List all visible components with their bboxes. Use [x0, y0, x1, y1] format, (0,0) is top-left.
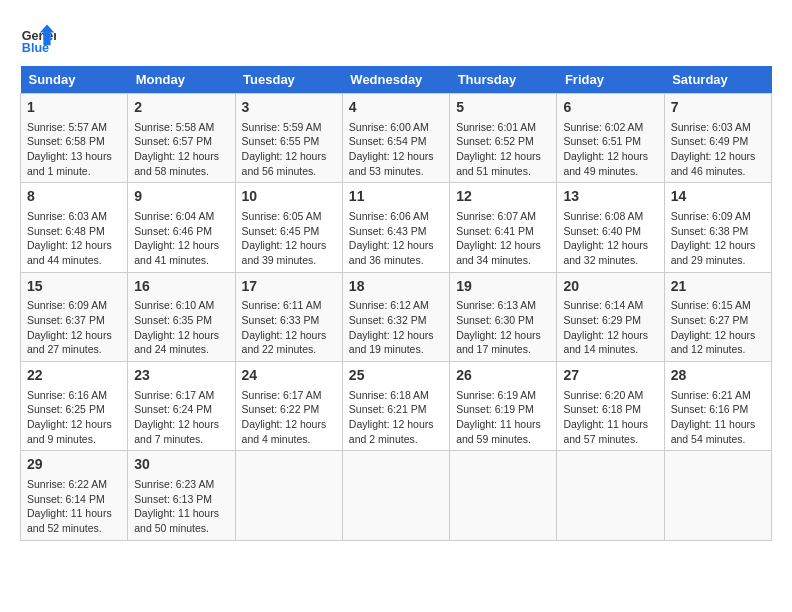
calendar-day-cell: 27Sunrise: 6:20 AM Sunset: 6:18 PM Dayli… [557, 362, 664, 451]
day-info: Sunrise: 6:05 AM Sunset: 6:45 PM Dayligh… [242, 209, 336, 268]
weekday-header: Friday [557, 66, 664, 94]
day-number: 28 [671, 366, 765, 386]
weekday-header: Monday [128, 66, 235, 94]
day-number: 3 [242, 98, 336, 118]
calendar-day-cell: 29Sunrise: 6:22 AM Sunset: 6:14 PM Dayli… [21, 451, 128, 540]
calendar-day-cell: 19Sunrise: 6:13 AM Sunset: 6:30 PM Dayli… [450, 272, 557, 361]
calendar-day-cell: 18Sunrise: 6:12 AM Sunset: 6:32 PM Dayli… [342, 272, 449, 361]
day-info: Sunrise: 5:59 AM Sunset: 6:55 PM Dayligh… [242, 120, 336, 179]
day-number: 30 [134, 455, 228, 475]
day-info: Sunrise: 6:00 AM Sunset: 6:54 PM Dayligh… [349, 120, 443, 179]
calendar-day-cell: 2Sunrise: 5:58 AM Sunset: 6:57 PM Daylig… [128, 94, 235, 183]
day-info: Sunrise: 6:21 AM Sunset: 6:16 PM Dayligh… [671, 388, 765, 447]
calendar-day-cell: 20Sunrise: 6:14 AM Sunset: 6:29 PM Dayli… [557, 272, 664, 361]
weekday-header: Thursday [450, 66, 557, 94]
day-info: Sunrise: 6:04 AM Sunset: 6:46 PM Dayligh… [134, 209, 228, 268]
calendar-day-cell [450, 451, 557, 540]
calendar-day-cell: 9Sunrise: 6:04 AM Sunset: 6:46 PM Daylig… [128, 183, 235, 272]
day-info: Sunrise: 5:57 AM Sunset: 6:58 PM Dayligh… [27, 120, 121, 179]
day-number: 21 [671, 277, 765, 297]
day-number: 5 [456, 98, 550, 118]
day-number: 19 [456, 277, 550, 297]
day-info: Sunrise: 6:09 AM Sunset: 6:38 PM Dayligh… [671, 209, 765, 268]
day-info: Sunrise: 6:20 AM Sunset: 6:18 PM Dayligh… [563, 388, 657, 447]
calendar-day-cell: 22Sunrise: 6:16 AM Sunset: 6:25 PM Dayli… [21, 362, 128, 451]
day-number: 13 [563, 187, 657, 207]
day-number: 20 [563, 277, 657, 297]
calendar-day-cell: 24Sunrise: 6:17 AM Sunset: 6:22 PM Dayli… [235, 362, 342, 451]
day-number: 18 [349, 277, 443, 297]
calendar-day-cell: 14Sunrise: 6:09 AM Sunset: 6:38 PM Dayli… [664, 183, 771, 272]
day-info: Sunrise: 6:18 AM Sunset: 6:21 PM Dayligh… [349, 388, 443, 447]
calendar-table: SundayMondayTuesdayWednesdayThursdayFrid… [20, 66, 772, 541]
day-number: 16 [134, 277, 228, 297]
day-number: 6 [563, 98, 657, 118]
calendar-day-cell [235, 451, 342, 540]
calendar-header: SundayMondayTuesdayWednesdayThursdayFrid… [21, 66, 772, 94]
day-number: 24 [242, 366, 336, 386]
day-info: Sunrise: 5:58 AM Sunset: 6:57 PM Dayligh… [134, 120, 228, 179]
day-number: 25 [349, 366, 443, 386]
day-info: Sunrise: 6:13 AM Sunset: 6:30 PM Dayligh… [456, 298, 550, 357]
day-info: Sunrise: 6:17 AM Sunset: 6:24 PM Dayligh… [134, 388, 228, 447]
day-info: Sunrise: 6:08 AM Sunset: 6:40 PM Dayligh… [563, 209, 657, 268]
day-number: 27 [563, 366, 657, 386]
weekday-header: Wednesday [342, 66, 449, 94]
logo-icon: General Blue [20, 20, 56, 56]
logo: General Blue [20, 20, 56, 56]
calendar-week-row: 1Sunrise: 5:57 AM Sunset: 6:58 PM Daylig… [21, 94, 772, 183]
weekday-header: Sunday [21, 66, 128, 94]
calendar-day-cell: 17Sunrise: 6:11 AM Sunset: 6:33 PM Dayli… [235, 272, 342, 361]
day-number: 10 [242, 187, 336, 207]
calendar-day-cell: 13Sunrise: 6:08 AM Sunset: 6:40 PM Dayli… [557, 183, 664, 272]
day-number: 26 [456, 366, 550, 386]
calendar-day-cell: 4Sunrise: 6:00 AM Sunset: 6:54 PM Daylig… [342, 94, 449, 183]
calendar-day-cell: 3Sunrise: 5:59 AM Sunset: 6:55 PM Daylig… [235, 94, 342, 183]
day-info: Sunrise: 6:19 AM Sunset: 6:19 PM Dayligh… [456, 388, 550, 447]
calendar-day-cell: 11Sunrise: 6:06 AM Sunset: 6:43 PM Dayli… [342, 183, 449, 272]
calendar-day-cell: 10Sunrise: 6:05 AM Sunset: 6:45 PM Dayli… [235, 183, 342, 272]
day-number: 23 [134, 366, 228, 386]
day-info: Sunrise: 6:17 AM Sunset: 6:22 PM Dayligh… [242, 388, 336, 447]
day-info: Sunrise: 6:14 AM Sunset: 6:29 PM Dayligh… [563, 298, 657, 357]
calendar-day-cell: 12Sunrise: 6:07 AM Sunset: 6:41 PM Dayli… [450, 183, 557, 272]
day-number: 2 [134, 98, 228, 118]
page-header: General Blue [20, 20, 772, 56]
day-info: Sunrise: 6:11 AM Sunset: 6:33 PM Dayligh… [242, 298, 336, 357]
day-number: 11 [349, 187, 443, 207]
calendar-week-row: 22Sunrise: 6:16 AM Sunset: 6:25 PM Dayli… [21, 362, 772, 451]
calendar-day-cell: 16Sunrise: 6:10 AM Sunset: 6:35 PM Dayli… [128, 272, 235, 361]
calendar-day-cell: 26Sunrise: 6:19 AM Sunset: 6:19 PM Dayli… [450, 362, 557, 451]
day-number: 15 [27, 277, 121, 297]
weekday-header: Tuesday [235, 66, 342, 94]
day-number: 14 [671, 187, 765, 207]
calendar-day-cell: 30Sunrise: 6:23 AM Sunset: 6:13 PM Dayli… [128, 451, 235, 540]
day-info: Sunrise: 6:12 AM Sunset: 6:32 PM Dayligh… [349, 298, 443, 357]
calendar-week-row: 29Sunrise: 6:22 AM Sunset: 6:14 PM Dayli… [21, 451, 772, 540]
calendar-day-cell: 21Sunrise: 6:15 AM Sunset: 6:27 PM Dayli… [664, 272, 771, 361]
calendar-day-cell: 6Sunrise: 6:02 AM Sunset: 6:51 PM Daylig… [557, 94, 664, 183]
day-info: Sunrise: 6:16 AM Sunset: 6:25 PM Dayligh… [27, 388, 121, 447]
day-info: Sunrise: 6:03 AM Sunset: 6:48 PM Dayligh… [27, 209, 121, 268]
day-number: 8 [27, 187, 121, 207]
calendar-week-row: 15Sunrise: 6:09 AM Sunset: 6:37 PM Dayli… [21, 272, 772, 361]
day-number: 29 [27, 455, 121, 475]
calendar-day-cell [664, 451, 771, 540]
day-number: 9 [134, 187, 228, 207]
day-info: Sunrise: 6:01 AM Sunset: 6:52 PM Dayligh… [456, 120, 550, 179]
day-info: Sunrise: 6:07 AM Sunset: 6:41 PM Dayligh… [456, 209, 550, 268]
weekday-header: Saturday [664, 66, 771, 94]
day-info: Sunrise: 6:15 AM Sunset: 6:27 PM Dayligh… [671, 298, 765, 357]
day-info: Sunrise: 6:02 AM Sunset: 6:51 PM Dayligh… [563, 120, 657, 179]
calendar-day-cell: 25Sunrise: 6:18 AM Sunset: 6:21 PM Dayli… [342, 362, 449, 451]
day-info: Sunrise: 6:09 AM Sunset: 6:37 PM Dayligh… [27, 298, 121, 357]
calendar-day-cell: 15Sunrise: 6:09 AM Sunset: 6:37 PM Dayli… [21, 272, 128, 361]
day-info: Sunrise: 6:22 AM Sunset: 6:14 PM Dayligh… [27, 477, 121, 536]
calendar-day-cell: 28Sunrise: 6:21 AM Sunset: 6:16 PM Dayli… [664, 362, 771, 451]
calendar-week-row: 8Sunrise: 6:03 AM Sunset: 6:48 PM Daylig… [21, 183, 772, 272]
calendar-day-cell: 8Sunrise: 6:03 AM Sunset: 6:48 PM Daylig… [21, 183, 128, 272]
calendar-day-cell: 23Sunrise: 6:17 AM Sunset: 6:24 PM Dayli… [128, 362, 235, 451]
calendar-day-cell [342, 451, 449, 540]
calendar-body: 1Sunrise: 5:57 AM Sunset: 6:58 PM Daylig… [21, 94, 772, 541]
calendar-day-cell: 7Sunrise: 6:03 AM Sunset: 6:49 PM Daylig… [664, 94, 771, 183]
